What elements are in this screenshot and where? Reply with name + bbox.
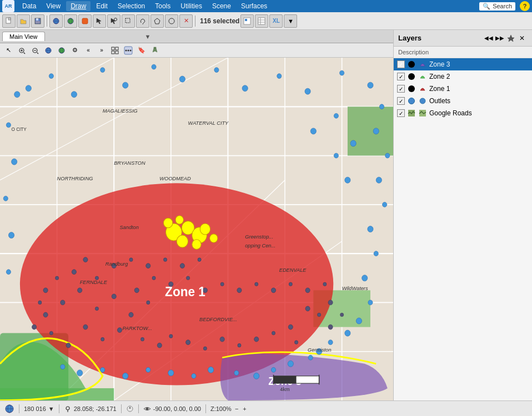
tb-open[interactable] xyxy=(17,14,30,28)
menu-surfaces[interactable]: Surfaces xyxy=(237,1,272,11)
map-canvas[interactable]: Zone 1 Zone 2 Zone 3 4km WATERVAL CITY M… xyxy=(0,58,393,400)
map-tool-grid[interactable] xyxy=(109,44,121,57)
svg-text:WATERVAL CITY: WATERVAL CITY xyxy=(188,120,229,126)
svg-point-105 xyxy=(234,371,239,376)
menu-data[interactable]: Data xyxy=(18,1,41,11)
svg-point-93 xyxy=(368,226,373,232)
svg-point-166 xyxy=(72,270,76,275)
tb-orange[interactable] xyxy=(78,14,92,28)
svg-point-124 xyxy=(345,177,350,183)
svg-point-13 xyxy=(114,18,117,21)
svg-point-109 xyxy=(146,367,150,372)
svg-point-174 xyxy=(318,313,321,317)
tb-select-opt1[interactable] xyxy=(240,14,254,28)
menu-scene[interactable]: Scene xyxy=(208,1,235,11)
tb-table[interactable] xyxy=(255,14,268,28)
map-tool-zoom-in[interactable] xyxy=(16,44,28,57)
svg-point-151 xyxy=(220,282,224,286)
tb-lasso[interactable] xyxy=(136,14,149,28)
layer-checkbox-zone2[interactable]: ✓ xyxy=(397,73,405,80)
zoom-in-btn[interactable]: + xyxy=(242,405,247,412)
layer-visibility-zone2 xyxy=(407,72,416,81)
tb-export[interactable]: XL xyxy=(269,14,283,28)
menu-selection[interactable]: Selection xyxy=(113,1,149,11)
map-tab-close[interactable]: ▼ xyxy=(145,33,151,40)
map-tool-settings[interactable]: ⚙ xyxy=(69,44,81,57)
record-dropdown[interactable]: ▼ xyxy=(48,405,54,412)
map-tool-forward[interactable]: » xyxy=(96,44,108,57)
svg-line-24 xyxy=(24,52,25,53)
tb-cursor[interactable] xyxy=(93,14,106,28)
svg-point-77 xyxy=(71,92,77,98)
layers-pin-btn[interactable] xyxy=(505,33,516,44)
svg-point-147 xyxy=(152,276,155,280)
map-tool-zoom-out[interactable] xyxy=(29,44,41,57)
tb-dropdown[interactable]: ▼ xyxy=(284,14,297,28)
layer-checkbox-googleroads[interactable]: ✓ xyxy=(397,109,405,117)
map-tab-main[interactable]: Main View xyxy=(2,32,45,41)
svg-text:opping Cen...: opping Cen... xyxy=(245,242,275,248)
tb-poly-select[interactable] xyxy=(150,14,164,28)
tb-globe1[interactable] xyxy=(49,14,63,28)
map-tool-globe2[interactable] xyxy=(56,44,68,57)
svg-point-129 xyxy=(129,312,133,317)
tb-delete[interactable]: ✕ xyxy=(179,14,193,28)
layer-row-zone2[interactable]: ✓ Zone 2 xyxy=(394,70,532,83)
map-tool-draw[interactable] xyxy=(122,44,134,57)
svg-point-108 xyxy=(168,370,174,376)
tb-new[interactable] xyxy=(2,14,16,28)
layers-fwd-btn[interactable]: ▶▶ xyxy=(494,33,505,44)
layer-checkbox-zone3[interactable]: ✓ xyxy=(397,60,405,68)
svg-point-111 xyxy=(101,367,105,372)
tb-save[interactable] xyxy=(31,14,44,28)
compass-icon xyxy=(126,405,134,413)
map-tab-bar: Main View ▼ xyxy=(0,30,393,43)
layers-close-btn[interactable]: ✕ xyxy=(516,33,528,44)
status-sep5 xyxy=(205,404,206,413)
menu-draw[interactable]: Draw xyxy=(66,1,91,11)
status-sep2 xyxy=(59,404,59,413)
zoom-out-btn[interactable]: − xyxy=(234,405,239,412)
tb-circ-select[interactable] xyxy=(165,14,178,28)
svg-point-82 xyxy=(214,68,219,73)
tb-globe2[interactable] xyxy=(64,14,77,28)
map-tool-pin[interactable] xyxy=(149,44,161,57)
svg-point-70 xyxy=(192,240,201,250)
svg-text:4km: 4km xyxy=(280,386,289,392)
layer-row-zone3[interactable]: ✓ Zone 3 xyxy=(394,58,532,70)
layer-row-outlets[interactable]: ✓ Outlets xyxy=(394,95,532,107)
svg-point-102 xyxy=(288,361,293,367)
svg-point-154 xyxy=(271,288,275,293)
map-tool-arrow[interactable]: ↖ xyxy=(2,44,14,57)
help-button[interactable]: ? xyxy=(520,1,530,11)
tb-sep1 xyxy=(47,16,47,27)
tb-cursor2[interactable] xyxy=(107,14,121,28)
tb-rect-select[interactable] xyxy=(122,14,135,28)
map-tool-bookmark[interactable]: 🔖 xyxy=(135,44,148,57)
menu-edit[interactable]: Edit xyxy=(92,1,112,11)
svg-point-96 xyxy=(368,300,373,305)
menu-bar: AR Data View Draw Edit Selection Tools U… xyxy=(0,0,532,12)
svg-rect-65 xyxy=(0,388,114,400)
map-tool-back[interactable]: « xyxy=(82,44,94,57)
menu-tools[interactable]: Tools xyxy=(150,1,175,11)
svg-point-136 xyxy=(169,334,173,338)
layer-row-googleroads[interactable]: ✓ Google Roads xyxy=(394,107,532,119)
status-record-count: 180 016 ▼ xyxy=(24,405,54,412)
svg-point-115 xyxy=(8,232,14,239)
svg-marker-12 xyxy=(111,18,116,24)
svg-point-73 xyxy=(163,218,172,228)
svg-point-167 xyxy=(56,276,59,280)
map-tool-globe1[interactable] xyxy=(42,44,54,57)
zone1-text: Zone 1 xyxy=(165,285,205,300)
svg-point-130 xyxy=(147,301,150,305)
search-box[interactable]: 🔍 Search xyxy=(479,2,515,11)
svg-point-160 xyxy=(146,263,150,268)
layers-back-btn[interactable]: ◀◀ xyxy=(483,33,494,44)
svg-point-168 xyxy=(43,288,48,293)
layer-checkbox-outlets[interactable]: ✓ xyxy=(397,97,405,105)
layer-checkbox-zone1[interactable]: ✓ xyxy=(397,85,405,93)
menu-utilities[interactable]: Utilities xyxy=(176,1,207,11)
menu-view[interactable]: View xyxy=(42,1,65,11)
layer-row-zone1[interactable]: ✓ Zone 1 xyxy=(394,83,532,95)
